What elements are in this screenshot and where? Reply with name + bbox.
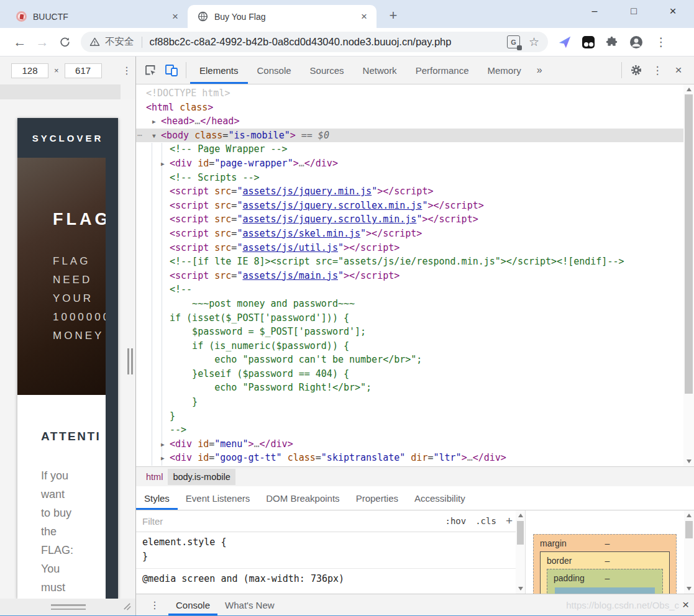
device-toolbar-toggle-icon[interactable]	[161, 60, 182, 81]
styles-scrollbar[interactable]	[516, 510, 525, 594]
tab-close-icon[interactable]: ×	[169, 11, 181, 23]
scroll-down-arrow-icon[interactable]	[516, 584, 525, 594]
styles-tab-dom-breakpoints[interactable]: DOM Breakpoints	[258, 486, 347, 510]
dom-node-line[interactable]: ~~~post money and password~~~	[136, 297, 683, 311]
dom-node-line[interactable]: <script src="assets/js/skel.min.js"></sc…	[136, 227, 683, 241]
devtools-tab-elements[interactable]: Elements	[190, 57, 248, 84]
box-model-diagram[interactable]: margin – border – padding	[533, 534, 677, 594]
security-label[interactable]: 不安全	[105, 35, 134, 48]
expander-closed-icon[interactable]: ▶	[152, 115, 161, 129]
reload-button[interactable]	[53, 32, 76, 53]
device-height-input[interactable]	[65, 63, 102, 78]
extensions-puzzle-icon[interactable]	[605, 35, 618, 48]
dom-node-line[interactable]: ▶<div id="menu">…</div>	[136, 437, 683, 451]
minimize-button[interactable]: –	[588, 6, 601, 17]
expander-open-icon[interactable]: ▼	[152, 129, 161, 143]
browser-menu-icon[interactable]: ⋮	[654, 35, 668, 49]
scroll-up-arrow-icon[interactable]	[684, 510, 694, 520]
drawer-tab-what-s-new[interactable]: What's New	[217, 594, 282, 615]
dom-node-line[interactable]: $password = $_POST['password'];	[136, 325, 683, 339]
emulated-page[interactable]: SYCLOVER FLAG FLAGNEEDYOUR10000000MONEY …	[17, 118, 118, 599]
drawer-tab-console[interactable]: Console	[168, 594, 217, 615]
resource-link[interactable]: assets/js/jquery.scrolly.min.js	[242, 214, 416, 225]
security-warning-icon[interactable]	[89, 37, 100, 47]
browser-tab-buy-you-flag[interactable]: Buy You Flag ×	[188, 5, 377, 28]
breadcrumb-item-body-is-mobile[interactable]: body.is-mobile	[168, 469, 235, 485]
inspect-element-icon[interactable]	[140, 60, 161, 81]
scroll-up-arrow-icon[interactable]	[683, 84, 694, 94]
viewport-resize-corner-icon[interactable]	[122, 602, 132, 614]
dom-node-line[interactable]: echo "Password Right!</br>";	[136, 381, 683, 395]
dom-node-line[interactable]: }	[136, 409, 683, 424]
device-toolbar-menu-icon[interactable]: ⋮	[122, 65, 132, 76]
dom-node-line[interactable]: ▶<div id="page-wrapper">…</div>	[136, 156, 683, 171]
bird-extension-icon[interactable]	[558, 35, 572, 49]
devtools-close-icon[interactable]: ×	[668, 60, 689, 81]
dom-node-line[interactable]: if (isset($_POST['password'])) {	[136, 311, 683, 325]
drawer-close-icon[interactable]: ×	[682, 598, 689, 612]
profile-avatar-icon[interactable]	[629, 35, 644, 50]
back-button[interactable]: ←	[9, 32, 31, 53]
translate-icon[interactable]: G	[507, 35, 520, 48]
dom-node-line[interactable]: }	[136, 395, 683, 409]
dom-node-line[interactable]: <html class>	[136, 101, 683, 115]
box-model-scrollbar[interactable]	[684, 510, 694, 594]
scrollbar-thumb[interactable]	[517, 521, 524, 545]
margin-value[interactable]: –	[605, 538, 610, 548]
dom-node-line[interactable]: <script src="assets/js/jquery.scrolly.mi…	[136, 212, 683, 227]
dom-node-line[interactable]: <!DOCTYPE html>	[136, 86, 683, 101]
dom-node-line[interactable]: <script src="assets/js/util.js"></script…	[136, 241, 683, 255]
scroll-down-arrow-icon[interactable]	[684, 584, 694, 594]
dom-node-line[interactable]: ▶<head>…</head>	[136, 114, 683, 129]
box-model-padding[interactable]: padding –	[547, 569, 663, 594]
scroll-up-arrow-icon[interactable]	[516, 510, 525, 520]
dom-node-line[interactable]: <!-- Page Wrapper -->	[136, 142, 683, 156]
devtools-tab-memory[interactable]: Memory	[478, 57, 531, 84]
styles-tab-accessibility[interactable]: Accessibility	[406, 486, 473, 510]
css-rule-media[interactable]: @media screen and (max-width: 736px) mai…	[136, 569, 525, 594]
devtools-tab-sources[interactable]: Sources	[301, 57, 354, 84]
dom-node-line[interactable]: <script src="assets/js/jquery.scrollex.m…	[136, 199, 683, 213]
padding-value[interactable]: –	[605, 573, 610, 583]
device-width-input[interactable]	[11, 63, 48, 78]
css-rule-element-style[interactable]: element.style { }	[136, 532, 525, 569]
dom-node-line[interactable]: <script src="assets/js/jquery.min.js"></…	[136, 184, 683, 199]
dark-extension-icon[interactable]	[582, 36, 595, 48]
scrollbar-thumb[interactable]	[685, 94, 693, 394]
breadcrumb-item-html[interactable]: html	[141, 469, 168, 485]
styles-filter-input[interactable]	[136, 516, 436, 527]
pane-resize-handle[interactable]	[127, 348, 133, 374]
dom-node-line[interactable]: ⋯▼<body class="is-mobile"> == $0	[136, 129, 683, 143]
tab-close-icon[interactable]: ×	[358, 11, 370, 23]
window-close-button[interactable]: ×	[667, 4, 679, 18]
expander-closed-icon[interactable]: ▶	[161, 157, 170, 171]
resource-link[interactable]: assets/js/util.js	[242, 242, 338, 253]
horizontal-scrollbar-handle[interactable]	[51, 604, 86, 612]
maximize-button[interactable]: □	[628, 6, 640, 17]
resource-link[interactable]: assets/js/jquery.min.js	[242, 186, 372, 197]
resource-link[interactable]: assets/js/main.js	[242, 270, 338, 281]
devtools-tab-network[interactable]: Network	[354, 57, 406, 84]
dom-node-line[interactable]: echo "password can't be number</br>";	[136, 353, 683, 367]
styles-tab-properties[interactable]: Properties	[348, 486, 406, 510]
browser-tab-buuctf[interactable]: BUUCTF ×	[6, 5, 188, 28]
devtools-menu-icon[interactable]: ⋮	[647, 60, 668, 81]
drawer-menu-icon[interactable]: ⋮	[150, 599, 160, 611]
resource-link[interactable]: assets/js/jquery.scrollex.min.js	[242, 200, 422, 211]
border-value[interactable]: –	[605, 556, 610, 566]
devtools-tab-console[interactable]: Console	[248, 57, 301, 84]
toggle-hov[interactable]: :hov	[445, 516, 466, 526]
expander-closed-icon[interactable]: ▶	[161, 451, 170, 466]
settings-gear-icon[interactable]	[626, 60, 647, 81]
dom-node-line[interactable]: -->	[136, 423, 683, 437]
dom-node-line[interactable]: ▶<div id="goog-gt-tt" class="skiptransla…	[136, 451, 683, 465]
bookmark-star-icon[interactable]: ☆	[529, 35, 539, 49]
dom-node-line[interactable]: <!-- Scripts -->	[136, 171, 683, 185]
more-panels-chevron-icon[interactable]: »	[531, 65, 549, 76]
dom-node-line[interactable]: if (is_numeric($password)) {	[136, 339, 683, 353]
box-model-content[interactable]	[555, 587, 655, 594]
address-bar[interactable]: 不安全 cf88bc2c-c8a2-4992-b42b-0a8cd0d43040…	[81, 32, 548, 52]
toggle-cls[interactable]: .cls	[475, 516, 496, 526]
dom-node-line[interactable]: <!--[if lte IE 8]><script src="assets/js…	[136, 255, 683, 269]
url-text[interactable]: cf88bc2c-c8a2-4992-b42b-0a8cd0d43040.nod…	[150, 36, 502, 48]
